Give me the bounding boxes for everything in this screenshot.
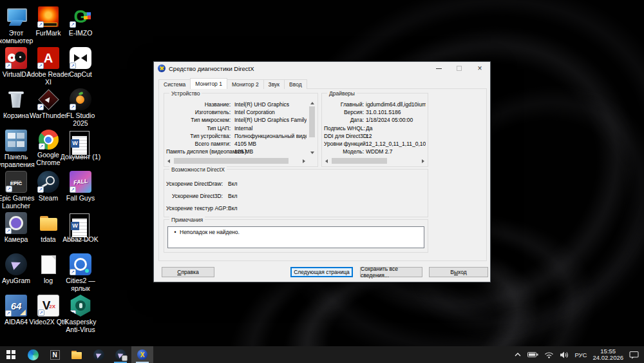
volume-icon[interactable]: [560, 351, 569, 358]
device-vertical-scrollbar[interactable]: [308, 101, 316, 155]
taskbar-n-app-icon[interactable]: [44, 346, 66, 363]
tab[interactable]: Ввод: [284, 79, 307, 89]
close-button[interactable]: ×: [469, 62, 490, 75]
driver-row: Подпись WHQL: Да: [324, 124, 426, 132]
scroll-left-icon[interactable]: [325, 159, 328, 163]
scrollbar-thumb[interactable]: [309, 106, 315, 137]
desktop-icon[interactable]: Камера: [0, 210, 32, 251]
app-icon: [93, 349, 104, 360]
desktop-icon[interactable]: Adobe Reader XI: [32, 45, 64, 86]
shortcut-arrow-icon: [5, 228, 12, 234]
field-value: Intel(R) UHD Graphics: [234, 101, 307, 108]
scrollbar-thumb[interactable]: [332, 158, 387, 164]
tab[interactable]: Монитор 2: [227, 79, 264, 89]
field-label: Память дисплея (видеопамять):: [166, 148, 231, 155]
next-page-button[interactable]: Следующая страница: [290, 267, 353, 277]
scroll-right-icon[interactable]: [422, 159, 424, 163]
desktop-icon[interactable]: Google Chrome: [32, 128, 64, 169]
clock-date: 24.02.2026: [592, 355, 623, 362]
desktop-icon-art: [5, 253, 27, 275]
drivers-horizontal-scrollbar[interactable]: [324, 157, 426, 164]
desktop-icon[interactable]: Документ (1): [64, 128, 97, 169]
dialog-button-row: Справка Следующая страница Сохранить все…: [154, 267, 490, 277]
device-horizontal-scrollbar[interactable]: [166, 157, 307, 164]
features-rows: Ускорение DirectDraw: Вкл Ускорение Dire…: [166, 177, 426, 214]
desktop-icon-art: [39, 130, 59, 150]
minimize-button[interactable]: [428, 62, 449, 75]
desktop-icon[interactable]: Abbaz DOK: [64, 210, 97, 251]
app-icon: [50, 350, 60, 360]
desktop-icon[interactable]: Этот компьютер: [0, 4, 32, 45]
save-all-info-button[interactable]: Сохранить все сведения...: [360, 267, 422, 277]
device-group-title: Устройство: [169, 90, 202, 97]
tab-label: Монитор 1: [195, 81, 222, 87]
action-center-icon[interactable]: [629, 351, 639, 359]
desktop-icon[interactable]: tdata: [32, 210, 64, 251]
tab[interactable]: Звук: [263, 79, 285, 89]
desktop-icon[interactable]: Cities2 — ярлык: [64, 251, 97, 293]
desktop-icon[interactable]: Kaspersky Anti-Virus: [64, 293, 97, 334]
wifi-icon[interactable]: [544, 351, 554, 358]
drivers-rows: Главный: igdumdim64.dll,igd10iumd64.dll,…: [324, 101, 426, 155]
field-value: 1/18/2024 05:00:00: [366, 117, 426, 123]
desktop-wallpaper: Этот компьютер VirtualDJ Корзина: [0, 0, 644, 363]
field-label: Тип микросхем:: [166, 117, 231, 123]
next-page-label: Следующая страница: [294, 269, 350, 275]
maximize-button[interactable]: [449, 62, 469, 75]
scroll-left-icon[interactable]: [167, 159, 170, 163]
scrollbar-thumb[interactable]: [174, 158, 289, 164]
taskbar-ayugram-running-icon[interactable]: [109, 346, 131, 363]
title-bar[interactable]: Средство диагностики DirectX ×: [154, 62, 490, 75]
desktop-icon[interactable]: CapCut: [64, 45, 97, 86]
app-icon: [28, 349, 39, 360]
field-value: Internal: [234, 125, 307, 132]
note-bullet: •: [171, 229, 180, 246]
field-label: Тип ЦАП:: [166, 125, 231, 132]
exit-button[interactable]: Выход: [429, 267, 488, 277]
system-tray: РУС 15:55 24.02.2026: [514, 346, 644, 363]
feature-row: Ускорение Direct3D: Вкл: [166, 190, 426, 202]
taskbar-dxdiag-icon[interactable]: [131, 346, 153, 363]
window-title: Средство диагностики DirectX: [169, 65, 428, 72]
field-value: Да: [366, 125, 426, 132]
desktop-icon[interactable]: Epic Games Launcher: [0, 169, 32, 210]
clock[interactable]: 15:55 24.02.2026: [592, 348, 623, 362]
notes-box[interactable]: • Неполадок не найдено.: [167, 226, 424, 248]
help-button[interactable]: Справка: [162, 267, 214, 277]
device-row: Название: Intel(R) UHD Graphics: [166, 101, 307, 108]
scroll-right-icon[interactable]: [303, 159, 305, 163]
scroll-up-icon[interactable]: [310, 102, 314, 104]
desktop-icon[interactable]: FL Studio 2025: [64, 86, 97, 128]
desktop-icon-art: [5, 130, 27, 152]
desktop-icon-label: Kaspersky Anti-Virus: [59, 319, 102, 333]
start-button[interactable]: [0, 346, 22, 363]
taskbar-explorer-icon[interactable]: [66, 346, 88, 363]
language-indicator[interactable]: РУС: [574, 351, 587, 358]
tab[interactable]: Система: [158, 79, 191, 89]
desktop-icon-art: [5, 88, 27, 110]
desktop-icon[interactable]: Steam: [32, 169, 64, 210]
field-label: Название:: [166, 101, 231, 108]
shortcut-arrow-icon: [70, 310, 76, 317]
tab[interactable]: Монитор 1: [190, 78, 227, 89]
scroll-down-icon[interactable]: [310, 152, 314, 154]
note-text: Неполадок не найдено.: [180, 229, 240, 246]
save-all-info-label: Сохранить все сведения...: [361, 266, 422, 279]
directx-features-groupbox: Возможности DirectX Ускорение DirectDraw…: [164, 169, 428, 217]
desktop-icon-art: [37, 88, 59, 110]
dxdiag-app-icon: [158, 64, 166, 72]
desktop-icon[interactable]: AyuGram: [0, 251, 32, 293]
desktop-icon[interactable]: Корзина: [0, 86, 32, 128]
desktop-icon[interactable]: FurMark: [32, 4, 64, 45]
notes-groupbox: Примечания • Неполадок не найдено.: [164, 219, 428, 253]
desktop-icon[interactable]: E-IMZO: [64, 4, 97, 45]
desktop-icon[interactable]: AIDA64: [0, 293, 32, 334]
field-value: 4105 MB: [234, 141, 307, 147]
minimize-icon: [436, 68, 442, 69]
taskbar-ayugram-icon[interactable]: [88, 346, 109, 363]
taskbar-apps: [0, 346, 153, 363]
taskbar-edge-icon[interactable]: [22, 346, 44, 363]
tray-chevron-up-icon[interactable]: [514, 351, 522, 358]
battery-icon[interactable]: [527, 351, 538, 358]
desktop-icon[interactable]: Fall Guys: [64, 169, 97, 210]
